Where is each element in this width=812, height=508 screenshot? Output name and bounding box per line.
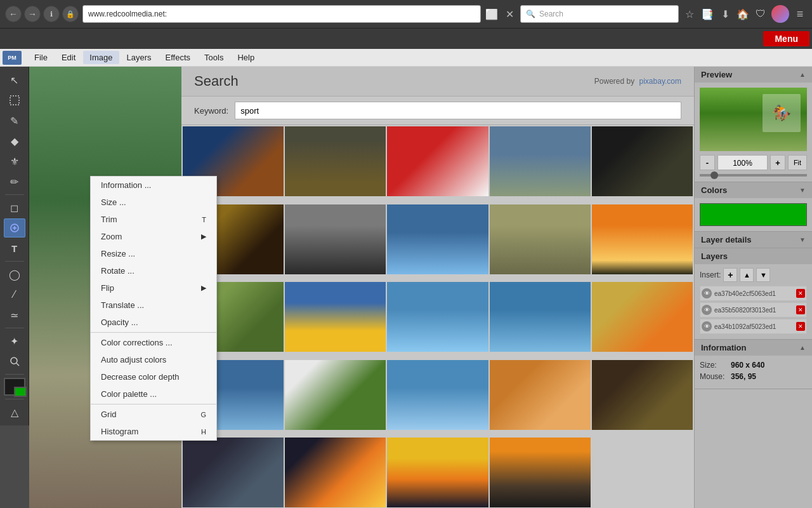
colors-header[interactable]: Colors ▼ (695, 182, 812, 198)
line-tool[interactable]: ⁄ (4, 285, 25, 304)
zoom-handle[interactable] (710, 171, 718, 179)
list-item[interactable] (490, 282, 591, 352)
url-text: www.redcoolmedia.net: (88, 10, 167, 18)
close-tab-icon[interactable]: ✕ (502, 7, 516, 21)
list-item[interactable] (490, 204, 591, 274)
menu-tools[interactable]: Tools (198, 51, 230, 64)
zoom-tool[interactable] (4, 352, 25, 371)
color-swatch[interactable] (700, 203, 807, 226)
menu-item-color-palette[interactable]: Color palette ... (91, 385, 216, 403)
eyedropper-tool[interactable]: ⚜ (4, 152, 25, 171)
menu-item-decrease-depth[interactable]: Decrease color depth (91, 368, 216, 385)
menu-item-zoom[interactable]: Zoom ▶ (91, 228, 216, 245)
info-button[interactable]: ℹ (43, 6, 60, 22)
list-item[interactable] (285, 204, 386, 274)
heal-tool[interactable]: ✦ (4, 331, 25, 351)
triangle-tool[interactable]: △ (4, 403, 25, 422)
menu-item-rotate[interactable]: Rotate ... (91, 262, 216, 279)
layer-visibility-2[interactable]: 👁 (702, 305, 712, 315)
list-item[interactable] (387, 204, 488, 274)
menu-item-trim[interactable]: Trim T (91, 211, 216, 228)
list-item[interactable] (387, 360, 488, 430)
list-item[interactable] (592, 360, 693, 430)
mouse-value: 356, 95 (731, 372, 756, 381)
list-item[interactable] (285, 126, 386, 196)
smudge-tool[interactable]: ≃ (4, 305, 25, 324)
list-item[interactable] (285, 438, 386, 507)
zoom-slider[interactable] (700, 174, 807, 177)
layer-visibility-1[interactable]: 👁 (702, 288, 712, 298)
list-item[interactable] (490, 360, 591, 430)
list-item[interactable] (592, 282, 693, 352)
menu-layers[interactable]: Layers (121, 51, 158, 64)
layer-move-down-button[interactable]: ▼ (756, 268, 770, 282)
crop-tool[interactable] (4, 91, 25, 110)
paint-brush-tool[interactable]: ✎ (4, 111, 25, 130)
zoom-in-button[interactable]: + (770, 155, 785, 170)
menu-file[interactable]: File (28, 51, 54, 64)
clone-tool[interactable] (4, 218, 25, 237)
menu-item-opacity[interactable]: Opacity ... (91, 314, 216, 331)
layer-visibility-3[interactable]: 👁 (702, 321, 712, 331)
shield-button[interactable]: 🔒 (62, 6, 79, 22)
list-item[interactable] (183, 438, 284, 507)
toolbar-divider-1 (5, 194, 24, 195)
tablet-icon[interactable]: ⬜ (485, 7, 499, 21)
menu-item-color-corrections[interactable]: Color corrections ... (91, 334, 216, 351)
list-item[interactable] (387, 282, 488, 352)
menu-image[interactable]: Image (83, 51, 119, 64)
shape-tool[interactable]: ◯ (4, 265, 25, 284)
menu-item-information[interactable]: Information ... (91, 177, 216, 194)
keyword-input[interactable] (235, 102, 681, 119)
menu-edit[interactable]: Edit (55, 51, 82, 64)
address-bar[interactable]: www.redcoolmedia.net: (82, 5, 481, 23)
zoom-out-button[interactable]: - (700, 155, 715, 170)
powered-by-link[interactable]: pixabay.com (639, 77, 681, 86)
information-header[interactable]: Information ▲ (695, 340, 812, 356)
text-tool[interactable]: T (4, 239, 25, 258)
menu-item-flip[interactable]: Flip ▶ (91, 279, 216, 297)
layer-delete-3[interactable]: ✕ (796, 322, 805, 331)
pencil-tool[interactable]: ✏ (4, 172, 25, 191)
menu-effects[interactable]: Effects (159, 51, 197, 64)
browser-toolbar-icons: ☆ 📑 ⬇ 🏠 🛡 ≡ (683, 5, 807, 23)
shield-icon[interactable]: 🛡 (754, 7, 768, 21)
menu-item-size[interactable]: Size ... (91, 194, 216, 211)
menu-dots-icon[interactable]: ≡ (793, 7, 807, 21)
preview-header[interactable]: Preview ▲ (695, 67, 812, 83)
menu-item-grid[interactable]: Grid G (91, 406, 216, 423)
list-item[interactable] (490, 126, 591, 196)
profile-avatar[interactable] (771, 5, 789, 23)
layer-move-up-button[interactable]: ▲ (740, 268, 754, 282)
list-item[interactable] (387, 438, 488, 507)
download-icon[interactable]: ⬇ (718, 7, 732, 21)
fit-button[interactable]: Fit (788, 155, 807, 170)
list-item[interactable] (592, 126, 693, 196)
menu-item-histogram[interactable]: Histogram H (91, 423, 216, 440)
menu-item-resize[interactable]: Resize ... (91, 245, 216, 262)
layer-details-header[interactable]: Layer details ▼ (695, 232, 812, 248)
layer-delete-1[interactable]: ✕ (796, 289, 805, 298)
color-selector[interactable] (4, 378, 25, 396)
menu-help[interactable]: Help (231, 51, 261, 64)
menu-item-translate[interactable]: Translate ... (91, 297, 216, 314)
menu-item-auto-adjust[interactable]: Auto adjust colors (91, 351, 216, 368)
list-item[interactable] (490, 438, 591, 507)
bookmarks-list-icon[interactable]: 📑 (700, 7, 714, 21)
eraser-tool[interactable]: ◻ (4, 198, 25, 217)
browser-search-bar[interactable]: 🔍 Search (520, 5, 679, 23)
back-button[interactable]: ← (5, 6, 22, 22)
list-item[interactable] (387, 126, 488, 196)
add-layer-button[interactable]: + (723, 268, 737, 282)
home-icon[interactable]: 🏠 (736, 7, 750, 21)
forward-button[interactable]: → (24, 6, 41, 22)
list-item[interactable] (285, 282, 386, 352)
list-item[interactable] (592, 204, 693, 274)
fill-tool[interactable]: ◆ (4, 131, 25, 150)
bookmark-icon[interactable]: ☆ (683, 7, 697, 21)
layer-delete-2[interactable]: ✕ (796, 305, 805, 314)
menu-button[interactable]: Menu (763, 31, 809, 46)
colors-content (695, 198, 812, 231)
list-item[interactable] (285, 360, 386, 430)
select-tool[interactable]: ↖ (4, 70, 25, 90)
